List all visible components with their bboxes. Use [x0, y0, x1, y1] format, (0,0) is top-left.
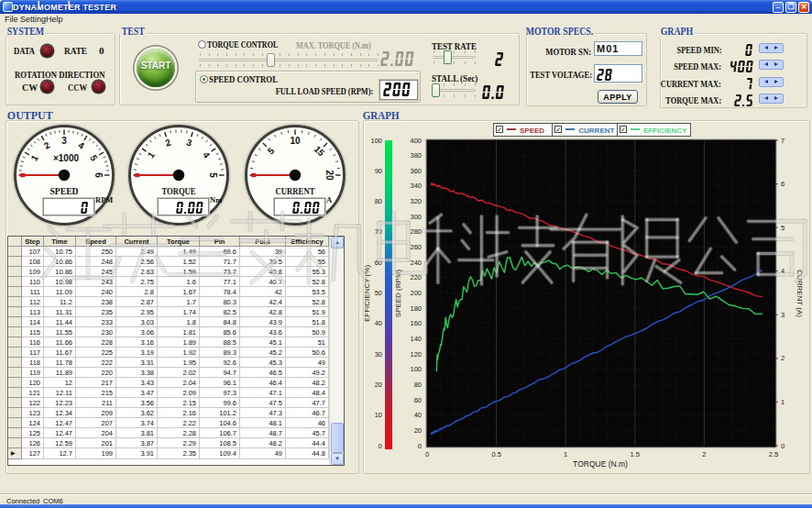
svg-text:CURRENT: CURRENT: [276, 185, 316, 196]
svg-text:260: 260: [410, 243, 422, 251]
svg-text:Nm: Nm: [210, 195, 222, 204]
svg-text:0.5: 0.5: [491, 450, 500, 458]
svg-text:SPEED: SPEED: [50, 185, 79, 196]
svg-text:10: 10: [290, 136, 301, 146]
svg-text:10: 10: [375, 411, 382, 419]
svg-text:40: 40: [375, 319, 382, 327]
svg-text:60: 60: [375, 259, 382, 267]
svg-text:20: 20: [414, 426, 422, 435]
svg-text:100: 100: [370, 137, 382, 145]
svg-text:3: 3: [781, 311, 785, 319]
svg-text:100: 100: [410, 365, 422, 373]
svg-text:50: 50: [375, 289, 382, 297]
svg-text:CURRENT (A): CURRENT (A): [796, 270, 804, 317]
svg-text:360: 360: [410, 167, 422, 175]
svg-text:20: 20: [324, 170, 335, 181]
svg-text:120: 120: [410, 350, 422, 359]
svg-text:60: 60: [414, 396, 422, 404]
svg-text:×1000: ×1000: [53, 153, 80, 163]
svg-text:180: 180: [410, 304, 422, 313]
svg-text:2: 2: [702, 450, 706, 458]
svg-text:4: 4: [781, 267, 785, 275]
svg-text:EFFICIENCY (%): EFFICIENCY (%): [363, 265, 371, 322]
svg-text:5: 5: [781, 224, 785, 232]
svg-text:6: 6: [93, 172, 104, 178]
svg-text:240: 240: [410, 259, 422, 267]
svg-text:2: 2: [781, 354, 785, 362]
svg-text:7: 7: [781, 137, 785, 145]
svg-text:5: 5: [208, 172, 218, 178]
svg-text:40: 40: [414, 411, 422, 419]
svg-text:380: 380: [410, 151, 422, 160]
svg-text:320: 320: [410, 197, 422, 205]
svg-text:220: 220: [410, 273, 422, 282]
svg-text:80: 80: [375, 197, 382, 205]
svg-text:SPEED (RPM): SPEED (RPM): [394, 269, 402, 317]
svg-text:160: 160: [410, 319, 422, 327]
svg-text:400: 400: [410, 137, 422, 145]
svg-text:20: 20: [375, 381, 382, 389]
svg-text:0: 0: [425, 450, 429, 458]
svg-text:70: 70: [375, 227, 382, 236]
svg-text:TORQUE: TORQUE: [162, 185, 196, 196]
svg-text:80: 80: [414, 381, 422, 389]
svg-text:140: 140: [410, 335, 422, 343]
svg-text:280: 280: [410, 227, 422, 236]
svg-text:TORQUE (N.m): TORQUE (N.m): [573, 459, 628, 469]
svg-text:0: 0: [781, 442, 785, 450]
svg-text:90: 90: [375, 167, 382, 175]
svg-text:1: 1: [781, 398, 785, 406]
svg-text:3: 3: [61, 136, 67, 146]
svg-text:0: 0: [379, 442, 382, 450]
svg-text:200: 200: [410, 289, 422, 297]
svg-text:340: 340: [410, 182, 422, 190]
svg-text:30: 30: [375, 350, 382, 359]
svg-text:1.5: 1.5: [631, 450, 640, 458]
svg-text:0: 0: [418, 442, 422, 450]
svg-text:6: 6: [781, 180, 785, 188]
svg-text:RPM: RPM: [95, 195, 113, 204]
svg-text:A: A: [326, 195, 333, 204]
svg-text:2.5: 2.5: [769, 450, 778, 458]
svg-text:300: 300: [410, 213, 422, 221]
svg-text:1: 1: [564, 450, 567, 458]
